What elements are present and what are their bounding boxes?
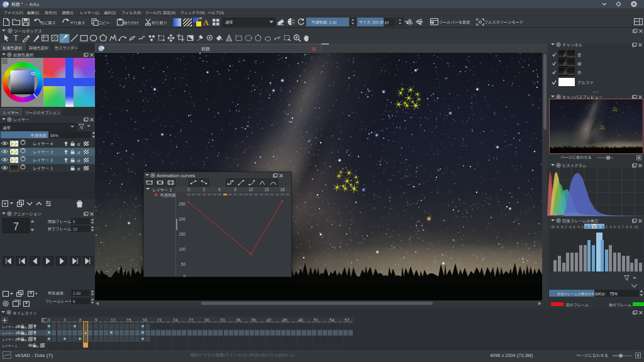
svg-text:α: α — [36, 343, 39, 348]
svg-text:0: 0 — [593, 225, 595, 229]
svg-text:4: 4 — [609, 225, 611, 229]
svg-text:A: A — [203, 18, 209, 26]
svg-text:-4: -4 — [576, 225, 579, 229]
svg-text:vb3AD - Dots (T): vb3AD - Dots (T) — [15, 353, 53, 358]
svg-text:α: α — [77, 157, 80, 163]
svg-text:3: 3 — [606, 225, 608, 229]
svg-text:4096 x 2304 (73,3M): 4096 x 2304 (73,3M) — [490, 353, 533, 358]
svg-text:9: 9 — [630, 225, 632, 229]
svg-text:-1: -1 — [589, 225, 592, 229]
svg-text:-3: -3 — [580, 225, 584, 229]
svg-text:-10: -10 — [550, 225, 555, 229]
svg-text:7: 7 — [13, 221, 19, 232]
svg-text:α: α — [25, 324, 27, 329]
svg-text:α: α — [25, 337, 27, 342]
svg-text:-2: -2 — [584, 225, 587, 229]
svg-text:6: 6 — [618, 225, 619, 229]
svg-text:7: 7 — [622, 225, 624, 229]
svg-text:2: 2 — [601, 225, 603, 229]
svg-text:-7: -7 — [564, 225, 567, 229]
svg-text:10: 10 — [634, 225, 638, 229]
svg-text:T: T — [13, 34, 18, 43]
svg-text:-8: -8 — [560, 225, 563, 229]
svg-text:α: α — [77, 141, 80, 146]
svg-text:1: 1 — [597, 225, 599, 229]
svg-text:8: 8 — [626, 225, 628, 229]
svg-text:-5: -5 — [572, 225, 575, 229]
svg-text:-6: -6 — [568, 225, 571, 229]
svg-text:5: 5 — [614, 225, 616, 229]
svg-text:α: α — [77, 165, 80, 171]
svg-text:α: α — [77, 149, 80, 155]
svg-text:-9: -9 — [556, 225, 559, 229]
svg-text:α: α — [25, 331, 27, 336]
svg-text:75%: 75% — [609, 292, 618, 296]
